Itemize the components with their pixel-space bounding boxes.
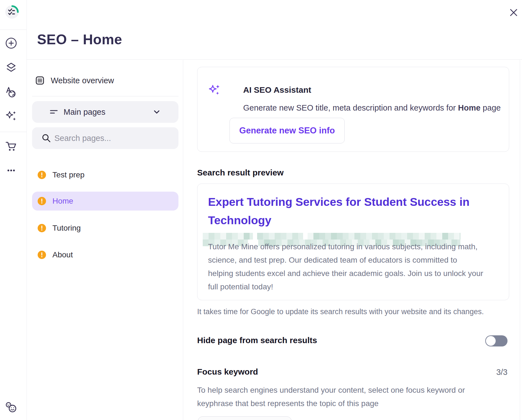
warning-badge-icon <box>38 224 46 232</box>
generate-seo-info-button[interactable]: Generate new SEO info <box>229 118 345 143</box>
add-element-button[interactable] <box>5 37 17 49</box>
text-style-palette-icon <box>5 86 17 98</box>
chevron-down-icon <box>153 108 161 116</box>
focus-keyword-label: Focus keyword <box>197 367 258 377</box>
rail-divider <box>0 132 26 132</box>
smiley-faces-icon <box>5 401 17 414</box>
hide-page-toggle[interactable] <box>485 335 508 346</box>
ai-card-description: Generate new SEO title, meta description… <box>243 103 501 113</box>
ai-card-page-name: Home <box>458 103 480 112</box>
plus-circle-icon <box>5 37 17 49</box>
feedback-button[interactable] <box>5 401 17 414</box>
search-pages-input[interactable] <box>32 127 178 149</box>
sidebar-item-website-overview[interactable]: Website overview <box>35 73 175 88</box>
seo-sidebar: Website overview Main pages Test prep <box>27 60 183 420</box>
store-button[interactable] <box>5 140 17 152</box>
document-icon <box>35 76 45 85</box>
page-item-label: Home <box>52 197 73 206</box>
warning-badge-icon <box>38 171 46 179</box>
panel-header: SEO – Home <box>27 0 522 60</box>
more-button[interactable] <box>5 164 17 177</box>
sidebar-item-label: Website overview <box>51 76 114 85</box>
close-button[interactable] <box>509 8 519 18</box>
page-title: SEO – Home <box>37 31 122 48</box>
page-group-selector[interactable]: Main pages <box>32 101 178 123</box>
ellipsis-icon <box>5 164 17 177</box>
page-item-label: Tutoring <box>52 224 81 233</box>
sidebar-item-tutoring[interactable]: Tutoring <box>32 219 178 238</box>
sidebar-divider <box>32 96 178 96</box>
result-description: Tutor Me Mine offers personalized tutori… <box>208 240 497 294</box>
ai-card-title: AI SEO Assistant <box>243 85 311 95</box>
icon-rail <box>0 0 27 420</box>
focus-keyword-helper: To help search engines understand your c… <box>197 384 489 410</box>
seo-main-panel: AI SEO Assistant Generate new SEO title,… <box>183 60 520 420</box>
ai-card-description-suffix: page <box>480 103 501 112</box>
warning-badge-icon <box>38 197 46 205</box>
sort-icon <box>50 108 58 116</box>
ai-seo-assistant-card: AI SEO Assistant Generate new SEO title,… <box>197 67 509 152</box>
search-result-preview-heading: Search result preview <box>197 168 284 177</box>
ai-tools-button[interactable] <box>5 110 17 122</box>
checklist-progress-icon <box>5 5 19 19</box>
focus-keyword-input[interactable] <box>198 416 292 420</box>
app-logo[interactable] <box>5 5 19 19</box>
sidebar-item-home[interactable]: Home <box>32 192 178 211</box>
toggle-knob <box>486 336 496 346</box>
sidebar-item-about[interactable]: About <box>32 245 178 264</box>
google-update-note: It takes time for Google to update its s… <box>197 307 484 316</box>
page-group-label: Main pages <box>64 108 105 117</box>
sections-layers-button[interactable] <box>5 61 17 74</box>
rail-divider <box>0 30 26 30</box>
search-result-preview-card: Expert Tutoring Services for Student Suc… <box>197 184 509 300</box>
search-pages-box <box>32 127 178 149</box>
ai-sparkles-icon <box>208 84 221 97</box>
focus-keyword-counter: 3/3 <box>496 368 508 377</box>
page-item-label: About <box>52 250 73 259</box>
sidebar-item-test-prep[interactable]: Test prep <box>32 165 178 184</box>
result-title: Expert Tutoring Services for Student Suc… <box>208 193 490 229</box>
warning-badge-icon <box>38 251 46 259</box>
ai-card-description-prefix: Generate new SEO title, meta description… <box>243 103 458 112</box>
layers-icon <box>5 62 17 73</box>
shopping-cart-icon <box>5 140 17 152</box>
sparkles-icon <box>5 110 17 123</box>
page-item-label: Test prep <box>52 170 84 179</box>
hide-page-label: Hide page from search results <box>197 336 317 345</box>
styles-button[interactable] <box>5 86 17 98</box>
scrollbar-track[interactable] <box>520 60 520 420</box>
close-icon <box>509 8 518 17</box>
